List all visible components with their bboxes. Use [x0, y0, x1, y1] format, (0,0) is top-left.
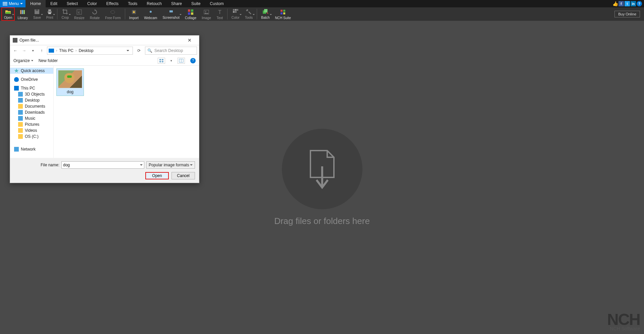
svg-rect-23	[233, 9, 235, 11]
file-filter-dropdown[interactable]: Popular image formats	[146, 161, 195, 169]
ribbon-screenshot[interactable]: Screenshot	[160, 7, 182, 21]
breadcrumb-item[interactable]: This PC	[59, 48, 73, 53]
tree-item-documents[interactable]: Documents	[10, 103, 53, 109]
recent-caret[interactable]: ▾	[30, 49, 36, 52]
dialog-nav: ← → ▾ ↑ › This PC › Desktop ⟳ 🔍 Search D…	[10, 45, 199, 56]
tree-item-videos[interactable]: Videos	[10, 127, 53, 133]
search-placeholder: Search Desktop	[154, 48, 183, 53]
watermark: NCH NCH Software	[607, 313, 640, 331]
crop-icon	[62, 8, 68, 15]
file-item-dog[interactable]: dog	[56, 68, 84, 96]
ribbon-rotate[interactable]: Rotate	[87, 7, 102, 21]
svg-rect-34	[159, 59, 161, 60]
ribbon-resize[interactable]: Resize	[71, 7, 87, 21]
tab-color[interactable]: Color	[83, 0, 102, 7]
svg-rect-36	[159, 61, 161, 62]
caret-down-icon[interactable]	[127, 50, 129, 51]
open-button[interactable]: Open	[145, 172, 169, 179]
caret-down-icon	[190, 164, 193, 166]
breadcrumb[interactable]: › This PC › Desktop	[47, 47, 133, 55]
tree-item-onedrive[interactable]: OneDrive	[10, 76, 53, 82]
svg-rect-0	[20, 10, 21, 14]
ribbon-toolbar: OpenLibrarySavePrintCropResizeRotateFree…	[0, 7, 644, 21]
like-icon[interactable]: 👍	[612, 1, 618, 6]
breadcrumb-item[interactable]: Desktop	[79, 48, 93, 53]
ribbon-collage[interactable]: Collage	[182, 7, 199, 21]
help-icon[interactable]: ?	[637, 1, 642, 6]
tab-select[interactable]: Select	[62, 0, 83, 7]
tree-item-pictures[interactable]: Pictures	[10, 121, 53, 127]
dialog-toolbar: Organize New folder ▾ ?	[10, 56, 199, 66]
dialog-footer: File name: Popular image formats Open Ca…	[10, 158, 199, 183]
view-mode-button[interactable]	[158, 58, 165, 64]
ribbon-print[interactable]: Print	[44, 7, 56, 21]
svg-rect-15	[170, 13, 172, 14]
file-thumbnail	[58, 70, 82, 88]
preview-pane-button[interactable]	[178, 58, 185, 64]
help-button[interactable]: ?	[190, 58, 196, 63]
svg-rect-12	[150, 14, 152, 15]
file-list[interactable]: dog	[54, 66, 199, 158]
tab-custom[interactable]: Custom	[205, 0, 228, 7]
tree-item-3d-objects[interactable]: 3D Objects	[10, 91, 53, 97]
tab-suite[interactable]: Suite	[187, 0, 205, 7]
filename-field[interactable]	[63, 163, 140, 167]
svg-rect-16	[188, 9, 190, 12]
linkedin-icon[interactable]: in	[631, 1, 636, 6]
tree-item-downloads[interactable]: Downloads	[10, 109, 53, 115]
tab-retouch[interactable]: Retouch	[142, 0, 166, 7]
menu-button[interactable]: Menu	[0, 0, 26, 7]
facebook-icon[interactable]: f	[618, 1, 624, 6]
dialog-title: Open file...	[19, 38, 39, 43]
tree-item-network[interactable]: Network	[10, 146, 53, 152]
close-button[interactable]: ✕	[183, 36, 196, 45]
ribbon-nch-suite[interactable]: NCH Suite	[273, 7, 294, 21]
back-button[interactable]: ←	[12, 48, 19, 53]
search-input[interactable]: 🔍 Search Desktop	[145, 47, 197, 55]
ribbon-tools[interactable]: Tools	[242, 7, 255, 21]
refresh-button[interactable]: ⟳	[135, 48, 143, 53]
caret-down-icon[interactable]	[140, 164, 143, 166]
ribbon-batch[interactable]: Batch	[258, 7, 273, 21]
ribbon-import[interactable]: Import	[127, 7, 141, 21]
organize-button[interactable]: Organize	[13, 58, 33, 63]
tree-item-desktop[interactable]: Desktop	[10, 97, 53, 103]
color-icon	[232, 8, 239, 15]
tab-edit[interactable]: Edit	[46, 0, 62, 7]
ribbon-color[interactable]: Color	[229, 7, 242, 21]
social-icons: 👍 f t in ?	[612, 0, 644, 7]
view-caret[interactable]: ▾	[170, 59, 172, 62]
svg-rect-32	[281, 12, 283, 14]
blue-icon	[18, 98, 23, 103]
up-button[interactable]: ↑	[38, 48, 45, 53]
svg-rect-35	[162, 59, 163, 60]
folder-icon	[18, 134, 23, 139]
tree-item-quick-access[interactable]: Quick access	[10, 68, 53, 74]
tab-share[interactable]: Share	[166, 0, 187, 7]
dialog-titlebar[interactable]: Open file... ✕	[10, 36, 199, 45]
filename-input[interactable]	[61, 161, 144, 169]
tree-item-music[interactable]: Music	[10, 115, 53, 121]
ribbon-open[interactable]: Open	[1, 7, 15, 21]
ribbon-library[interactable]: Library	[15, 7, 31, 21]
twitter-icon[interactable]: t	[625, 1, 630, 6]
ribbon-crop[interactable]: Crop	[59, 7, 71, 21]
buy-online-button[interactable]: Buy Online	[614, 11, 640, 17]
tab-effects[interactable]: Effects	[102, 0, 123, 7]
tab-home[interactable]: Home	[26, 0, 46, 7]
tab-tools[interactable]: Tools	[123, 0, 142, 7]
folder-icon	[18, 104, 23, 109]
file-name: dog	[67, 90, 73, 94]
cancel-button[interactable]: Cancel	[171, 172, 195, 179]
tree-item-this-pc[interactable]: This PC	[10, 85, 53, 91]
forward-button[interactable]: →	[21, 48, 28, 53]
ribbon-image[interactable]: Image	[199, 7, 214, 21]
ribbon-free-form[interactable]: Free Form	[102, 7, 123, 21]
ribbon-save[interactable]: Save	[31, 7, 44, 21]
new-folder-button[interactable]: New folder	[39, 58, 58, 63]
open-file-dialog: Open file... ✕ ← → ▾ ↑ › This PC › Deskt…	[10, 35, 199, 183]
tree-item-os-c-[interactable]: OS (C:)	[10, 133, 53, 140]
caret-down-icon	[20, 3, 23, 4]
ribbon-webcam[interactable]: Webcam	[141, 7, 160, 21]
ribbon-text[interactable]: TText	[214, 7, 226, 21]
